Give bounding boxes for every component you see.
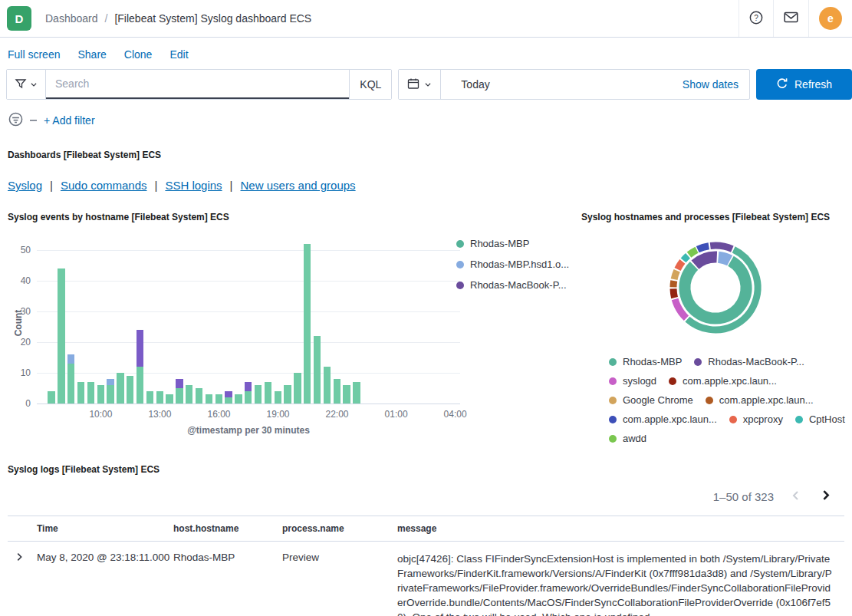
date-quick-select-button[interactable] <box>399 70 441 99</box>
legend-color-dot <box>706 397 713 404</box>
date-range-label[interactable]: Today <box>441 78 682 91</box>
legend-item[interactable]: com.apple.xpc.laun... <box>706 394 814 406</box>
user-avatar[interactable]: e <box>819 7 842 30</box>
legend-item[interactable]: com.apple.xpc.laun... <box>669 375 777 387</box>
bar-segment[interactable] <box>176 388 183 404</box>
bar-segment[interactable] <box>156 391 163 404</box>
bar-segment[interactable] <box>166 394 173 404</box>
bar-segment[interactable] <box>206 394 212 404</box>
bar-segment[interactable] <box>353 382 360 404</box>
bar-segment[interactable] <box>176 379 183 388</box>
bar-segment[interactable] <box>324 367 331 404</box>
legend-item[interactable]: Rhodas-MacBook-P... <box>694 356 804 367</box>
bar-segment[interactable] <box>314 336 321 404</box>
bar-segment[interactable] <box>284 385 291 404</box>
search-input[interactable] <box>46 70 349 99</box>
bar-segment[interactable] <box>146 391 153 404</box>
bar-segment[interactable] <box>225 397 232 404</box>
column-header-host-hostname[interactable]: host.hostname <box>167 516 276 542</box>
markdown-link[interactable]: New users and groups <box>241 179 356 192</box>
donut-chart[interactable] <box>658 230 773 345</box>
hostnames-processes-panel: Syslog hostnames and processes [Filebeat… <box>577 206 852 452</box>
markdown-link[interactable]: Sudo commands <box>61 179 147 192</box>
bar-segment[interactable] <box>225 391 232 397</box>
space-avatar[interactable]: D <box>7 6 31 31</box>
kql-button[interactable]: KQL <box>349 70 391 99</box>
chevron-left-icon <box>790 489 802 504</box>
bar-segment[interactable] <box>186 385 192 404</box>
newsfeed-button[interactable] <box>784 10 798 27</box>
refresh-button[interactable]: Refresh <box>756 69 852 100</box>
expand-row-button[interactable] <box>14 552 25 562</box>
bar-segment[interactable] <box>334 379 340 404</box>
legend-item[interactable]: Google Chrome <box>609 394 693 406</box>
legend-item[interactable]: Rhodas-MBP <box>456 238 569 249</box>
breadcrumb-current: [Filebeat System] Syslog dashboard ECS <box>114 12 311 25</box>
bar-segment[interactable] <box>137 330 143 367</box>
legend-label: Rhodas-MacBook-P... <box>708 356 804 367</box>
bar-segment[interactable] <box>245 391 252 404</box>
markdown-link[interactable]: SSH logins <box>165 179 222 192</box>
legend-item[interactable]: Rhodas-MacBook-P... <box>456 279 569 291</box>
legend-item[interactable]: syslogd <box>609 375 656 387</box>
bar-segment[interactable] <box>265 382 271 404</box>
legend-item[interactable]: Rhodas-MBP.hsd1.o... <box>456 259 569 270</box>
breadcrumb-dashboard[interactable]: Dashboard <box>45 12 98 25</box>
bar-segment[interactable] <box>58 268 64 404</box>
legend-label: com.apple.xpc.laun... <box>623 413 717 425</box>
legend-item[interactable]: Rhodas-MBP <box>609 356 682 367</box>
legend-label: Rhodas-MBP.hsd1.o... <box>470 259 569 270</box>
bar-segment[interactable] <box>343 385 350 404</box>
bar-segment[interactable] <box>275 391 281 404</box>
bar-segment[interactable] <box>107 379 113 385</box>
legend-item[interactable]: CptHost <box>795 413 845 425</box>
toolbar-full-screen[interactable]: Full screen <box>8 48 60 61</box>
help-circle-icon: ? <box>749 11 763 27</box>
expander-column-header <box>8 516 31 542</box>
markdown-link[interactable]: Syslog <box>8 179 42 192</box>
bar-segment[interactable] <box>304 244 311 404</box>
bar-segment[interactable] <box>215 394 222 404</box>
syslog-logs-panel: Syslog logs [Filebeat System] ECS 1–50 o… <box>0 452 852 616</box>
legend-item[interactable]: xpcproxy <box>729 413 783 425</box>
column-header-time[interactable]: Time <box>31 516 167 542</box>
markdown-panel: Dashboards [Filebeat System] ECS Syslog|… <box>0 139 852 192</box>
x-axis-tick-label: 13:00 <box>148 409 171 420</box>
bar-segment[interactable] <box>48 391 54 404</box>
toolbar-share[interactable]: Share <box>77 48 106 61</box>
bar-segment[interactable] <box>97 385 104 404</box>
x-axis-tick-label: 19:00 <box>266 409 289 420</box>
help-button[interactable]: ? <box>749 11 763 27</box>
bar-segment[interactable] <box>235 394 242 404</box>
bar-segment[interactable] <box>87 382 94 404</box>
add-filter-button[interactable]: + Add filter <box>44 114 95 127</box>
bar-segment[interactable] <box>107 385 113 404</box>
panel-title-donut: Syslog hostnames and processes [Filebeat… <box>581 212 849 222</box>
bar-segment[interactable] <box>294 373 301 404</box>
bar-segment[interactable] <box>77 382 84 404</box>
column-header-process-name[interactable]: process.name <box>276 516 391 542</box>
bar-segment[interactable] <box>127 376 133 404</box>
saved-query-button[interactable] <box>7 70 46 99</box>
bar-segment[interactable] <box>117 373 123 404</box>
y-axis-tick-label: 10 <box>8 367 31 378</box>
toolbar-edit[interactable]: Edit <box>169 48 188 61</box>
date-picker: Today Show dates <box>398 69 750 100</box>
legend-item[interactable]: awdd <box>609 433 646 444</box>
bar-segment[interactable] <box>137 367 143 404</box>
next-page-button[interactable] <box>814 485 837 508</box>
bar-segment[interactable] <box>67 364 74 404</box>
filter-icon[interactable] <box>8 112 23 129</box>
bar-segment[interactable] <box>67 354 74 364</box>
show-dates-button[interactable]: Show dates <box>683 78 749 91</box>
legend-item[interactable]: com.apple.xpc.laun... <box>609 413 717 425</box>
legend-color-dot <box>729 416 737 423</box>
panel-title-markdown: Dashboards [Filebeat System] ECS <box>8 150 844 160</box>
bar-segment[interactable] <box>196 388 202 404</box>
bar-segment[interactable] <box>255 385 262 404</box>
chart-gridline <box>37 342 460 343</box>
column-header-message[interactable]: message <box>391 516 844 542</box>
legend-color-dot <box>609 416 617 423</box>
toolbar-clone[interactable]: Clone <box>124 48 153 61</box>
bar-segment[interactable] <box>245 382 252 391</box>
